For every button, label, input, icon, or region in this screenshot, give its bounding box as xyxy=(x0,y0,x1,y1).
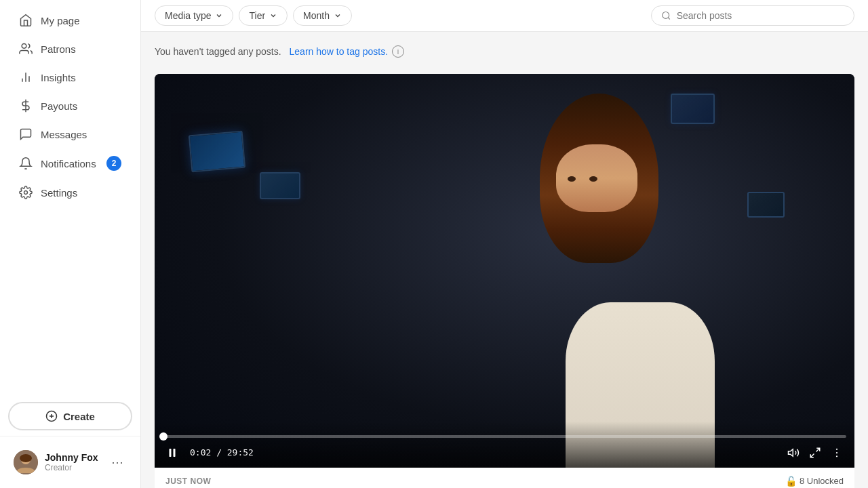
progress-bar[interactable] xyxy=(163,435,846,438)
empty-notice-text: You haven't tagged any posts. xyxy=(155,46,281,57)
fullscreen-icon xyxy=(809,447,821,459)
time-display: 0:02 / 29:52 xyxy=(190,447,254,458)
svg-point-20 xyxy=(836,451,837,453)
svg-rect-14 xyxy=(170,449,172,457)
sidebar-item-patrons-label: Patrons xyxy=(41,43,76,55)
svg-line-17 xyxy=(816,448,820,451)
unlock-icon: 🔓 xyxy=(785,476,797,487)
bg-monitor-4 xyxy=(747,192,785,218)
sidebar-item-payouts[interactable]: Payouts xyxy=(5,92,135,119)
month-filter[interactable]: Month xyxy=(293,5,352,26)
card-meta: JUST NOW 🔓 8 Unlocked xyxy=(165,476,844,487)
user-name: Johnny Fox xyxy=(45,452,101,463)
svg-point-5 xyxy=(24,191,28,195)
timestamp: JUST NOW xyxy=(165,476,211,486)
sidebar-item-settings[interactable]: Settings xyxy=(5,179,135,206)
volume-button[interactable] xyxy=(784,443,803,462)
current-time: 0:02 xyxy=(190,447,211,458)
user-section[interactable]: Johnny Fox Creator ⋯ xyxy=(5,445,135,480)
svg-rect-15 xyxy=(174,449,176,457)
svg-point-21 xyxy=(836,455,837,457)
pause-button[interactable] xyxy=(163,443,182,462)
more-vertical-icon xyxy=(831,447,843,459)
sidebar-item-my-page-label: My page xyxy=(41,15,80,26)
unlocked-count: 8 Unlocked xyxy=(800,476,844,486)
content-area: You haven't tagged any posts. Learn how … xyxy=(141,32,868,488)
video-player[interactable]: 0:02 / 29:52 xyxy=(155,74,854,468)
sidebar-item-insights-label: Insights xyxy=(41,72,76,83)
media-type-label: Media type xyxy=(165,10,211,21)
bell-icon xyxy=(19,157,33,170)
controls-right xyxy=(784,443,846,462)
video-card: 0:02 / 29:52 xyxy=(155,74,854,488)
svg-line-13 xyxy=(668,18,670,20)
sidebar-item-messages[interactable]: Messages xyxy=(5,121,135,148)
home-icon xyxy=(19,14,33,27)
main-content: Media type Tier Month You haven't tagged… xyxy=(141,0,868,488)
create-label: Create xyxy=(63,411,95,422)
people-icon xyxy=(19,42,33,56)
studio-background xyxy=(155,74,854,468)
svg-point-11 xyxy=(20,454,32,462)
sidebar-item-payouts-label: Payouts xyxy=(41,100,77,112)
tier-label: Tier xyxy=(249,10,265,21)
svg-point-19 xyxy=(836,448,837,449)
gear-icon xyxy=(19,186,33,199)
video-scene xyxy=(155,74,854,468)
video-controls: 0:02 / 29:52 xyxy=(155,422,854,468)
more-menu-button[interactable]: ⋯ xyxy=(108,453,127,472)
progress-fill xyxy=(163,435,163,438)
sidebar-item-insights[interactable]: Insights xyxy=(5,64,135,91)
search-icon xyxy=(661,10,671,21)
learn-link[interactable]: Learn how to tag posts. xyxy=(290,46,389,57)
card-info: JUST NOW 🔓 8 Unlocked Lorne Armstrong - … xyxy=(155,468,854,489)
dollar-icon xyxy=(19,99,33,113)
empty-notice: You haven't tagged any posts. Learn how … xyxy=(155,45,854,58)
total-time: 29:52 xyxy=(227,447,254,458)
message-icon xyxy=(19,127,33,141)
sidebar-item-notifications-label: Notifications xyxy=(41,158,96,169)
toolbar: Media type Tier Month xyxy=(141,0,868,32)
svg-line-18 xyxy=(810,453,814,457)
svg-point-12 xyxy=(663,12,669,19)
sidebar-item-settings-label: Settings xyxy=(41,187,77,199)
notifications-badge: 2 xyxy=(106,156,121,171)
fullscreen-button[interactable] xyxy=(806,443,825,462)
bg-monitor-2 xyxy=(260,172,300,199)
bg-monitor-1 xyxy=(188,131,245,173)
progress-thumb xyxy=(159,432,167,441)
user-role: Creator xyxy=(45,463,101,472)
sidebar: My page Patrons Insights xyxy=(0,0,141,488)
chevron-down-icon-3 xyxy=(334,12,342,20)
info-icon[interactable]: i xyxy=(392,45,404,58)
volume-icon xyxy=(787,447,800,459)
search-input[interactable] xyxy=(677,10,844,21)
sidebar-nav: My page Patrons Insights xyxy=(0,0,140,396)
tier-filter[interactable]: Tier xyxy=(239,5,288,26)
controls-row: 0:02 / 29:52 xyxy=(163,443,846,462)
time-separator: / xyxy=(216,447,227,458)
sidebar-item-patrons[interactable]: Patrons xyxy=(5,35,135,62)
svg-marker-16 xyxy=(789,449,793,456)
month-label: Month xyxy=(303,10,330,21)
pause-icon xyxy=(166,447,178,459)
search-box[interactable] xyxy=(651,5,854,26)
sidebar-item-notifications[interactable]: Notifications 2 xyxy=(5,149,135,178)
user-info: Johnny Fox Creator xyxy=(45,452,101,472)
person-eyes-area xyxy=(555,176,610,186)
svg-point-0 xyxy=(22,44,26,49)
sidebar-item-messages-label: Messages xyxy=(41,129,87,140)
unlocked-badge: 🔓 8 Unlocked xyxy=(785,476,844,487)
sidebar-item-my-page[interactable]: My page xyxy=(5,7,135,34)
sidebar-bottom: Johnny Fox Creator ⋯ xyxy=(0,436,140,488)
avatar xyxy=(14,450,38,474)
chart-icon xyxy=(19,70,33,84)
media-type-filter[interactable]: Media type xyxy=(155,5,233,26)
bg-monitor-5 xyxy=(671,94,715,124)
plus-icon xyxy=(45,410,58,422)
create-button[interactable]: Create xyxy=(8,402,132,430)
chevron-down-icon-2 xyxy=(269,12,277,20)
chevron-down-icon xyxy=(215,12,223,20)
more-options-button[interactable] xyxy=(827,443,846,462)
